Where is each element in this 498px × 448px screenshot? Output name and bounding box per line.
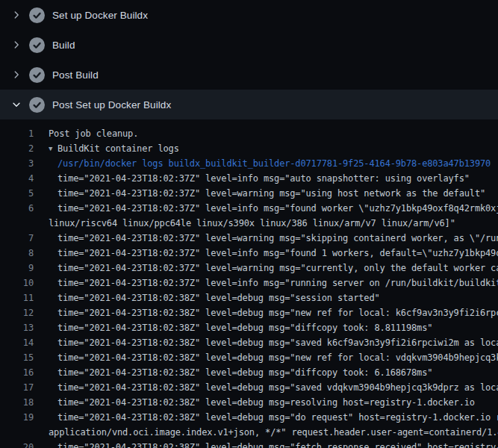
line-number[interactable]: 7 (0, 231, 34, 246)
log-line-text: time="2021-04-23T18:02:37Z" level=info m… (49, 276, 498, 290)
line-number[interactable]: 12 (0, 305, 34, 320)
log-line-text: time="2021-04-23T18:02:38Z" level=debug … (49, 350, 498, 365)
line-number[interactable]: 3 (0, 156, 34, 171)
log-line: linux/riscv64 linux/ppc64le linux/s390x … (0, 216, 498, 231)
log-line-text: time="2021-04-23T18:02:38Z" level=debug … (49, 410, 498, 425)
line-number[interactable]: 11 (0, 290, 34, 305)
log-line: 19 time="2021-04-23T18:02:38Z" level=deb… (0, 410, 498, 425)
log-line-text: time="2021-04-23T18:02:37Z" level=info m… (49, 246, 498, 261)
chevron-down-icon[interactable] (10, 99, 22, 111)
log-line: 20 time="2021-04-23T18:02:38Z" level=deb… (0, 440, 498, 448)
line-number[interactable]: 9 (0, 261, 34, 276)
log-line-text: time="2021-04-23T18:02:37Z" level=warnin… (49, 261, 498, 276)
log-line-text: time="2021-04-23T18:02:38Z" level=debug … (49, 380, 498, 395)
line-number[interactable]: 15 (0, 350, 34, 365)
log-line: application/vnd.oci.image.index.v1+json,… (0, 425, 498, 440)
line-number[interactable]: 8 (0, 246, 34, 261)
steps-list: Set up Docker Buildx Build Post Buil (0, 0, 498, 119)
log-line: 3 /usr/bin/docker logs buildx_buildkit_b… (0, 156, 498, 171)
log-group-label[interactable]: BuildKit container logs (57, 143, 179, 154)
log-lines: 1 Post job cleanup. 2 ▼BuildKit containe… (0, 119, 498, 448)
check-circle-icon (29, 97, 45, 113)
check-circle-icon (29, 37, 45, 53)
log-line: 14 time="2021-04-23T18:02:38Z" level=deb… (0, 335, 498, 350)
log-line-text: time="2021-04-23T18:02:37Z" level=warnin… (49, 186, 498, 201)
log-line: 8 time="2021-04-23T18:02:37Z" level=info… (0, 246, 498, 261)
line-number[interactable]: 14 (0, 335, 34, 350)
log-line-text: linux/riscv64 linux/ppc64le linux/s390x … (49, 216, 498, 231)
line-number (0, 216, 34, 231)
log-line-text: time="2021-04-23T18:02:37Z" level=info m… (49, 171, 498, 186)
line-number[interactable]: 19 (0, 410, 34, 425)
log-line: 13 time="2021-04-23T18:02:38Z" level=deb… (0, 320, 498, 335)
step-row-build[interactable]: Build (0, 30, 498, 60)
log-line-text: time="2021-04-23T18:02:38Z" level=debug … (49, 440, 498, 448)
log-line: 1 Post job cleanup. (0, 126, 498, 141)
line-number[interactable]: 4 (0, 171, 34, 186)
line-number[interactable]: 2 (0, 141, 34, 156)
log-line-text: application/vnd.oci.image.index.v1+json,… (49, 425, 498, 440)
log-line-text: time="2021-04-23T18:02:38Z" level=debug … (49, 290, 498, 305)
line-number[interactable]: 6 (0, 201, 34, 216)
line-number[interactable]: 16 (0, 365, 34, 380)
log-line-text: time="2021-04-23T18:02:38Z" level=debug … (49, 320, 498, 335)
log-line: 9 time="2021-04-23T18:02:37Z" level=warn… (0, 261, 498, 276)
log-line: 6 time="2021-04-23T18:02:37Z" level=info… (0, 201, 498, 216)
step-row-post-build[interactable]: Post Build (0, 60, 498, 90)
step-row-set-up-docker-buildx[interactable]: Set up Docker Buildx (0, 0, 498, 30)
log-line-text: Post job cleanup. (49, 126, 498, 141)
step-label: Set up Docker Buildx (52, 10, 148, 21)
chevron-right-icon[interactable] (10, 39, 22, 51)
log-line-text: ▼BuildKit container logs (49, 141, 498, 156)
log-line-text: /usr/bin/docker logs buildx_buildkit_bui… (49, 156, 498, 171)
log-line-text: time="2021-04-23T18:02:38Z" level=debug … (49, 335, 498, 350)
log-line-text: time="2021-04-23T18:02:37Z" level=info m… (49, 201, 498, 216)
log-line: 10 time="2021-04-23T18:02:37Z" level=inf… (0, 276, 498, 290)
log-line: 15 time="2021-04-23T18:02:38Z" level=deb… (0, 350, 498, 365)
step-row-post-set-up-docker-buildx[interactable]: Post Set up Docker Buildx (0, 90, 498, 119)
log-line: 18 time="2021-04-23T18:02:38Z" level=deb… (0, 395, 498, 410)
log-line: 4 time="2021-04-23T18:02:37Z" level=info… (0, 171, 498, 186)
log-line: 2 ▼BuildKit container logs (0, 141, 498, 156)
log-line: 17 time="2021-04-23T18:02:38Z" level=deb… (0, 380, 498, 395)
log-line-text: time="2021-04-23T18:02:37Z" level=warnin… (49, 231, 498, 246)
log-line: 7 time="2021-04-23T18:02:37Z" level=warn… (0, 231, 498, 246)
line-number[interactable]: 13 (0, 320, 34, 335)
log-line: 11 time="2021-04-23T18:02:38Z" level=deb… (0, 290, 498, 305)
step-label: Build (52, 40, 75, 51)
step-label: Post Set up Docker Buildx (52, 99, 171, 111)
line-number[interactable]: 17 (0, 380, 34, 395)
line-number[interactable]: 1 (0, 126, 34, 141)
line-number (0, 425, 34, 440)
log-line: 5 time="2021-04-23T18:02:37Z" level=warn… (0, 186, 498, 201)
check-circle-icon (29, 7, 45, 23)
log-line-text: time="2021-04-23T18:02:38Z" level=debug … (49, 365, 498, 380)
chevron-right-icon[interactable] (10, 9, 22, 21)
step-label: Post Build (52, 69, 99, 81)
log-line-text: time="2021-04-23T18:02:38Z" level=debug … (49, 395, 498, 410)
line-number[interactable]: 20 (0, 440, 34, 448)
line-number[interactable]: 18 (0, 395, 34, 410)
log-line-text: time="2021-04-23T18:02:38Z" level=debug … (49, 305, 498, 320)
triangle-down-icon[interactable]: ▼ (49, 141, 57, 156)
check-circle-icon (29, 67, 45, 83)
log-line: 16 time="2021-04-23T18:02:38Z" level=deb… (0, 365, 498, 380)
line-number[interactable]: 5 (0, 186, 34, 201)
log-line: 12 time="2021-04-23T18:02:38Z" level=deb… (0, 305, 498, 320)
line-number[interactable]: 10 (0, 276, 34, 290)
chevron-right-icon[interactable] (10, 69, 22, 81)
